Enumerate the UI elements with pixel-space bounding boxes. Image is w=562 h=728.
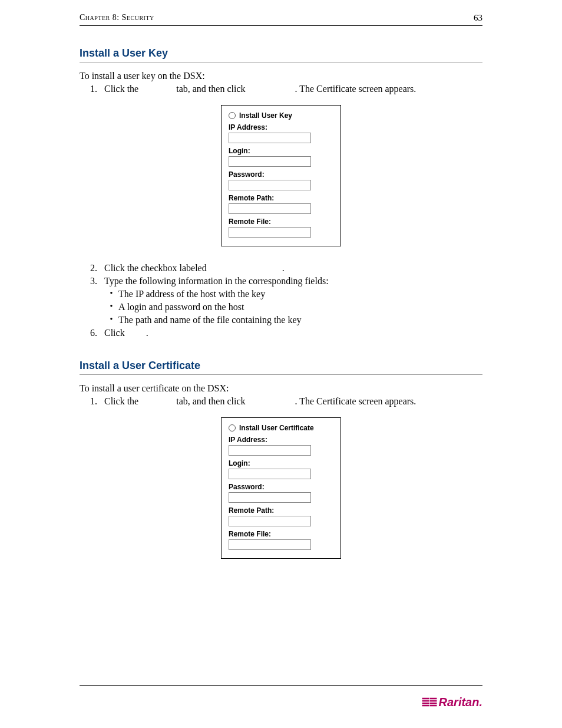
radio-install-user-key[interactable]: Install User Key (229, 111, 333, 120)
footer-divider (80, 685, 482, 686)
input-password[interactable] (229, 180, 311, 190)
list-text: Click the checkbox labeled . (104, 263, 285, 274)
panel-install-user-key: Install User Key IP Address: Login: Pass… (221, 105, 341, 246)
input-remote-path[interactable] (229, 203, 311, 214)
list-text: Type the following information in the co… (104, 276, 329, 286)
section-heading-install-user-key: Install a User Key (80, 47, 482, 62)
list-item: 2. Click the checkbox labeled . (80, 263, 482, 274)
bullet-icon: • (104, 315, 118, 325)
radio-install-user-certificate[interactable]: Install User Certificate (229, 424, 333, 432)
panel-install-user-certificate: Install User Certificate IP Address: Log… (221, 417, 341, 559)
radio-icon (229, 424, 236, 431)
intro-text: To install a user key on the DSX: (80, 71, 482, 81)
list-marker: 2. (80, 263, 104, 274)
input-login[interactable] (229, 156, 311, 167)
list-item: • A login and password on the host (80, 302, 482, 312)
bullet-icon: • (104, 289, 118, 299)
input-password[interactable] (229, 492, 311, 503)
bullet-icon: • (104, 302, 118, 312)
label-remote-path: Remote Path: (229, 506, 333, 515)
intro-text: To install a user certificate on the DSX… (80, 383, 482, 394)
chapter-label: Chapter 8: Security (80, 13, 154, 23)
list-item: 1. Click the tab, and then click . The C… (80, 84, 482, 94)
list-item: 1. Click the tab, and then click . The C… (80, 396, 482, 407)
list-text: Click . (104, 328, 148, 338)
list-text: A login and password on the host (118, 302, 244, 312)
list-item: • The IP address of the host with the ke… (80, 289, 482, 299)
ordered-list: 1. Click the tab, and then click . The C… (80, 396, 482, 407)
radio-label: Install User Certificate (239, 424, 314, 432)
list-text: The IP address of the host with the key (118, 289, 265, 299)
input-remote-path[interactable] (229, 516, 311, 526)
label-ip-address: IP Address: (229, 436, 333, 444)
label-login: Login: (229, 147, 333, 155)
label-remote-file: Remote File: (229, 218, 333, 226)
figure-install-user-key: Install User Key IP Address: Login: Pass… (80, 105, 482, 246)
label-password: Password: (229, 483, 333, 491)
input-remote-file[interactable] (229, 227, 311, 238)
figure-install-user-certificate: Install User Certificate IP Address: Log… (80, 417, 482, 559)
ordered-list-cont: 2. Click the checkbox labeled . 3. Type … (80, 263, 482, 338)
input-remote-file[interactable] (229, 539, 311, 550)
list-marker: 1. (80, 396, 104, 407)
label-remote-path: Remote Path: (229, 194, 333, 202)
input-ip-address[interactable] (229, 133, 311, 143)
list-marker: 3. (80, 276, 104, 286)
page: Chapter 8: Security 63 Install a User Ke… (0, 0, 562, 728)
list-item: • The path and name of the file containi… (80, 315, 482, 325)
list-text: Click the tab, and then click . The Cert… (104, 84, 416, 94)
brand-name: Raritan. (439, 696, 482, 709)
list-marker: 1. (80, 84, 104, 94)
label-password: Password: (229, 170, 333, 179)
radio-icon (229, 112, 236, 119)
logo-icon: ≣≣ (421, 696, 437, 709)
label-login: Login: (229, 459, 333, 467)
list-item: 6. Click . (80, 328, 482, 338)
list-text: Click the tab, and then click . The Cert… (104, 396, 416, 407)
list-item: 3. Type the following information in the… (80, 276, 482, 286)
page-number: 63 (474, 13, 482, 23)
section-heading-install-user-certificate: Install a User Certificate (80, 360, 482, 375)
label-ip-address: IP Address: (229, 123, 333, 131)
ordered-list: 1. Click the tab, and then click . The C… (80, 84, 482, 94)
input-login[interactable] (229, 469, 311, 479)
label-remote-file: Remote File: (229, 530, 333, 538)
brand-logo: ≣≣ Raritan. (421, 696, 482, 709)
list-marker: 6. (80, 328, 104, 338)
page-header: Chapter 8: Security 63 (80, 13, 482, 26)
list-text: The path and name of the file containing… (118, 315, 302, 325)
input-ip-address[interactable] (229, 445, 311, 456)
radio-label: Install User Key (239, 111, 292, 120)
